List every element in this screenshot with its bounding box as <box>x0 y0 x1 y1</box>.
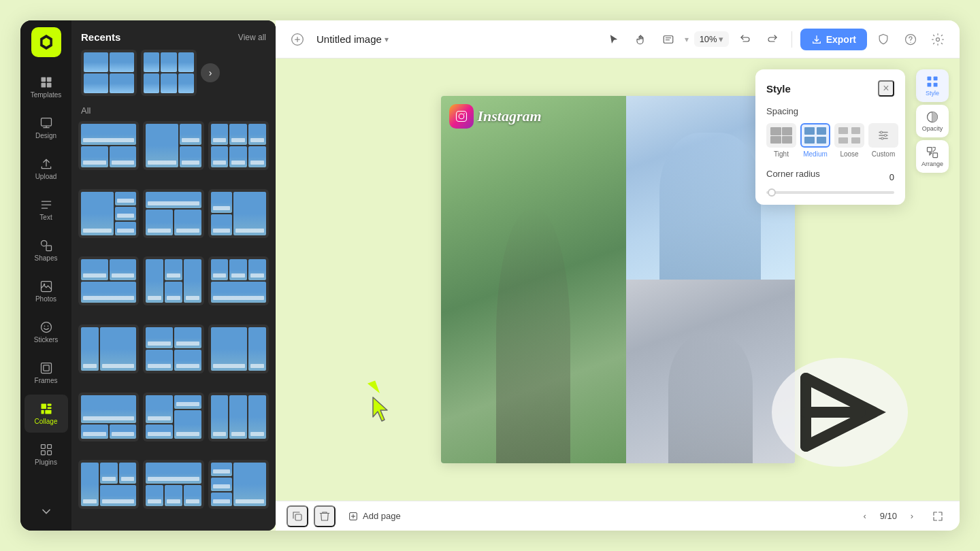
template-item[interactable] <box>78 121 139 170</box>
duplicate-page-button[interactable] <box>287 505 308 527</box>
corner-radius-section: Corner radius 0 <box>766 169 894 194</box>
document-icon <box>287 29 308 50</box>
template-item[interactable] <box>208 324 269 373</box>
sidebar-item-shapes[interactable]: Shapes <box>24 231 68 269</box>
document-title[interactable]: Untitled image ▾ <box>316 33 389 45</box>
shield-button[interactable] <box>872 29 894 50</box>
svg-point-32 <box>885 135 887 137</box>
svg-rect-34 <box>928 77 932 81</box>
recent-thumb-1[interactable] <box>81 50 137 96</box>
svg-rect-36 <box>928 83 932 87</box>
template-item[interactable] <box>78 460 139 509</box>
shield-icon <box>877 33 890 46</box>
expand-button[interactable] <box>927 505 949 527</box>
sidebar-item-photos[interactable]: Photos <box>24 272 68 310</box>
template-item[interactable] <box>143 393 203 441</box>
template-item[interactable] <box>78 324 139 373</box>
template-item[interactable] <box>78 393 139 441</box>
page-indicator: 9/10 <box>880 511 897 521</box>
template-item[interactable] <box>143 189 203 238</box>
prev-page-button[interactable]: ‹ <box>855 507 875 526</box>
template-grid <box>71 121 276 531</box>
sidebar-item-text[interactable]: Text <box>24 190 68 229</box>
undo-button[interactable] <box>734 29 756 50</box>
delete-page-button[interactable] <box>314 505 336 527</box>
export-icon <box>811 34 822 45</box>
template-item[interactable] <box>208 393 269 441</box>
export-label: Export <box>826 34 856 45</box>
svg-point-11 <box>47 326 48 327</box>
right-panel-opacity-label: Opacity <box>922 125 943 132</box>
spacing-medium-option[interactable]: Medium <box>800 123 830 158</box>
svg-point-10 <box>44 326 45 327</box>
spacing-custom-label: Custom <box>872 150 895 158</box>
slider-thumb[interactable] <box>768 188 776 197</box>
right-panel-arrange-button[interactable]: Arrange <box>916 140 949 173</box>
sidebar-item-stickers[interactable]: Stickers <box>24 313 68 351</box>
opacity-icon <box>926 110 939 124</box>
sidebar-item-design[interactable]: Design <box>24 109 68 147</box>
help-button[interactable] <box>900 29 921 50</box>
text-icon <box>39 198 53 212</box>
collage-canvas: Instagram <box>441 96 795 463</box>
instagram-icon <box>449 104 474 129</box>
layers-chevron-icon[interactable]: ▾ <box>685 35 689 44</box>
document-title-text: Untitled image <box>316 33 382 45</box>
stickers-icon <box>39 320 53 334</box>
svg-point-29 <box>459 114 464 119</box>
template-item[interactable] <box>208 460 269 509</box>
template-item[interactable] <box>78 189 139 238</box>
spacing-medium-label: Medium <box>803 150 828 158</box>
sidebar-item-collage[interactable]: Collage <box>24 395 68 433</box>
template-item[interactable] <box>143 324 203 373</box>
app-container: Templates Design Upload <box>20 20 960 531</box>
recents-next-button[interactable]: › <box>201 63 220 82</box>
template-item[interactable] <box>208 121 269 170</box>
corner-radius-slider[interactable] <box>766 191 894 194</box>
sidebar-item-upload[interactable]: Upload <box>24 150 68 188</box>
spacing-options: Tight <box>766 123 894 158</box>
template-item[interactable] <box>143 460 203 509</box>
sidebar-item-plugins[interactable]: Plugins <box>24 435 68 473</box>
right-panel-style-button[interactable]: Style <box>916 69 949 102</box>
settings-button[interactable] <box>927 29 949 50</box>
next-page-button[interactable]: › <box>902 507 921 526</box>
redo-icon <box>766 33 779 46</box>
sidebar-more-button[interactable] <box>24 492 68 531</box>
template-item[interactable] <box>208 256 269 305</box>
app-logo[interactable] <box>31 27 61 57</box>
template-item[interactable] <box>208 189 269 238</box>
export-button[interactable]: Export <box>800 29 867 50</box>
add-page-button[interactable]: Add page <box>341 507 408 526</box>
view-all-button[interactable]: View all <box>238 33 266 42</box>
cursor-tool-button[interactable] <box>603 29 625 50</box>
sidebar-item-templates[interactable]: Templates <box>24 68 68 106</box>
spacing-custom-thumb <box>868 123 898 148</box>
spacing-tight-label: Tight <box>774 150 789 158</box>
spacing-loose-label: Loose <box>840 150 858 158</box>
svg-rect-35 <box>934 77 938 81</box>
redo-button[interactable] <box>762 29 783 50</box>
chevron-down-icon <box>39 505 53 518</box>
right-panel-opacity-button[interactable]: Opacity <box>916 105 949 137</box>
top-bar: Untitled image ▾ <box>276 20 960 59</box>
bottom-bar: Add page ‹ 9/10 › <box>276 501 960 531</box>
spacing-tight-option[interactable]: Tight <box>766 123 796 158</box>
spacing-custom-option[interactable]: Custom <box>868 123 898 158</box>
undo-icon <box>739 33 751 46</box>
template-item[interactable] <box>143 256 203 305</box>
upload-icon <box>39 157 53 171</box>
layers-button[interactable] <box>657 29 679 50</box>
template-item[interactable] <box>78 256 139 305</box>
spacing-medium-thumb <box>800 123 830 148</box>
svg-rect-3 <box>46 83 51 88</box>
sidebar-item-frames[interactable]: Frames <box>24 354 68 392</box>
recent-thumb-2[interactable] <box>141 50 197 96</box>
style-panel-close-button[interactable]: × <box>878 80 894 97</box>
template-item[interactable] <box>143 121 203 170</box>
zoom-selector[interactable]: 10% ▾ <box>694 31 729 47</box>
pan-tool-button[interactable] <box>630 29 652 50</box>
spacing-loose-option[interactable]: Loose <box>834 123 864 158</box>
plugins-icon <box>39 443 53 456</box>
sidebar-photos-label: Photos <box>35 295 56 303</box>
